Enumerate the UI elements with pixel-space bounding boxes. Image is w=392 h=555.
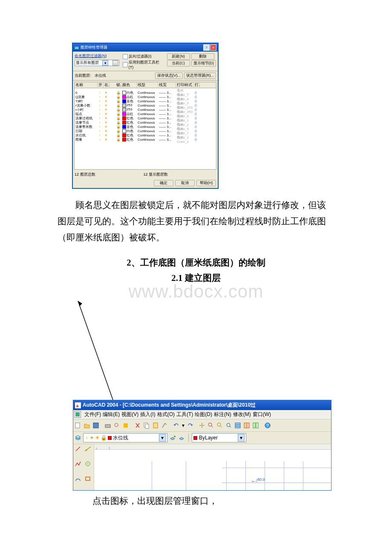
apply-toolbar-checkbox[interactable] <box>123 62 128 67</box>
cut-icon[interactable] <box>134 422 141 429</box>
save-state-button[interactable]: 保存状态(V)... <box>155 72 183 79</box>
svg-point-20 <box>227 423 230 427</box>
svg-line-32 <box>76 447 80 451</box>
delete-layer-button[interactable]: 删除 <box>191 53 214 60</box>
help-button-footer[interactable]: 帮助(H) <box>196 180 216 186</box>
chevron-down-icon[interactable]: ▾ <box>238 434 245 442</box>
svg-text:?: ? <box>266 423 269 428</box>
invert-filter-label: 反向过滤器(I) <box>129 54 152 59</box>
menu-item[interactable]: 绘图(D) <box>194 411 213 417</box>
color-combo[interactable]: ByLayer ▾ <box>192 433 246 442</box>
layer-prev-icon[interactable] <box>169 434 176 442</box>
preview-icon[interactable] <box>113 422 121 429</box>
col-freeze[interactable]: 在... <box>104 82 110 88</box>
dimension-text: -80.0 <box>256 477 265 482</box>
paste-icon[interactable] <box>152 422 159 429</box>
current-layer-label: 当前图层: <box>75 73 91 78</box>
set-current-button[interactable]: 当前(C) <box>167 60 190 66</box>
col-lineweight[interactable]: 线宽 <box>159 82 176 88</box>
svg-rect-0 <box>75 48 79 49</box>
chevron-down-icon[interactable]: ▾ <box>102 60 108 66</box>
menu-item[interactable]: 编辑(E) <box>102 411 121 417</box>
help-button[interactable]: ? <box>203 44 210 51</box>
col-linetype[interactable]: 线型 <box>138 82 158 88</box>
filter-more-button[interactable]: … <box>112 60 118 66</box>
menu-item[interactable]: 格式(O) <box>156 411 176 417</box>
copy-icon[interactable] <box>143 422 150 429</box>
close-button[interactable]: × <box>210 44 216 51</box>
line-icon[interactable] <box>74 445 82 453</box>
svg-rect-22 <box>235 423 240 428</box>
undo-dropdown-icon[interactable]: ▾ <box>182 422 185 429</box>
help-icon[interactable]: ? <box>264 422 271 429</box>
new-icon[interactable] <box>74 422 82 429</box>
filter-combo-value: 显示所有图层 <box>76 60 99 66</box>
layer-properties-manager: 图层特性管理器 ? × 命名图层过滤器(N) 显示所有图层 ▾ … 反向过滤器(… <box>72 43 219 189</box>
print-icon[interactable] <box>104 422 112 429</box>
ok-button[interactable]: 确定 <box>154 180 173 186</box>
undo-icon[interactable] <box>173 422 180 429</box>
table-row[interactable]: 0♀☀🔒白色Continuous—— 3...毫米Color_7⎙ <box>75 88 216 92</box>
menu-item[interactable]: 标注(N) <box>213 411 232 417</box>
arc-icon[interactable] <box>84 475 92 483</box>
invert-filter-checkbox[interactable] <box>123 54 128 59</box>
annotation-arrow <box>75 302 334 400</box>
match-icon[interactable] <box>161 422 168 429</box>
acad-draw-toolbar[interactable] <box>73 444 94 490</box>
col-on[interactable]: 开 <box>98 82 104 88</box>
chevron-down-icon[interactable]: ▾ <box>159 434 166 442</box>
named-filter-link[interactable]: 命名图层过滤器(N) <box>75 53 119 59</box>
filter-combo[interactable]: 显示所有图层 ▾ … <box>75 60 119 66</box>
acad-drawing-area[interactable]: -80.0 ⊢⊣ <box>94 444 331 490</box>
current-layer-value: 水位线 <box>95 73 106 78</box>
svg-line-33 <box>85 447 91 451</box>
redo-icon[interactable] <box>186 422 194 429</box>
col-color[interactable]: 颜色 <box>122 82 137 88</box>
layer-grid[interactable]: 名称 开 在... 锁... 颜色 线型 线宽 打印样式 打... 0♀☀🔒白色… <box>74 82 216 170</box>
publish-icon[interactable] <box>122 422 130 429</box>
acad-ruler <box>94 444 331 450</box>
svg-point-36 <box>87 463 89 465</box>
open-icon[interactable] <box>83 422 91 429</box>
svg-point-34 <box>86 450 87 451</box>
apply-toolbar-label: 应用到图层工具栏(T) <box>129 60 164 69</box>
pan-icon[interactable] <box>198 422 206 429</box>
properties-icon[interactable] <box>234 422 242 429</box>
acad-doc-icon[interactable] <box>74 411 81 418</box>
layer-combo[interactable]: ♀ ☀ ☀ 🔒 水位线 ▾ <box>83 433 167 442</box>
show-detail-button[interactable]: 显示细节(D) <box>191 60 216 66</box>
dialog-titlebar[interactable]: 图层特性管理器 ? × <box>73 43 218 52</box>
col-plot[interactable]: 打... <box>195 82 200 88</box>
svg-line-2 <box>78 301 113 400</box>
polygon-icon[interactable] <box>84 460 92 468</box>
cancel-button[interactable]: 取消 <box>175 180 195 186</box>
design-center-icon[interactable] <box>243 422 251 429</box>
acad-menubar[interactable]: 文件(F)编辑(E)视图(V)插入(I)格式(O)工具(T)绘图(D)标注(N)… <box>73 410 331 419</box>
col-plotstyle[interactable]: 打印样式 <box>177 82 194 88</box>
layer-state-icon[interactable] <box>178 434 185 442</box>
zoom-realtime-icon[interactable] <box>207 422 215 429</box>
acad-layer-toolbar[interactable]: ♀ ☀ ☀ 🔒 水位线 ▾ ByLayer ▾ <box>73 432 331 444</box>
menu-item[interactable]: 窗口(W) <box>252 411 272 417</box>
zoom-window-icon[interactable] <box>216 422 224 429</box>
menu-item[interactable]: 视图(V) <box>121 411 139 417</box>
caption-text: 点击图标，出现图层管理窗口， <box>75 495 334 507</box>
menu-item[interactable]: 工具(T) <box>176 411 194 417</box>
menu-item[interactable]: 文件(F) <box>84 411 102 417</box>
col-lock[interactable]: 锁... <box>116 82 121 88</box>
acad-standard-toolbar[interactable]: ▾ ? <box>73 419 331 432</box>
pline-icon[interactable] <box>74 460 82 468</box>
menu-item[interactable]: 插入(I) <box>139 411 156 417</box>
col-name[interactable]: 名称 <box>75 82 98 88</box>
xline-icon[interactable] <box>84 445 92 453</box>
color-swatch <box>193 436 197 440</box>
state-manager-button[interactable]: 状态管理器(R)... <box>184 72 216 79</box>
save-icon[interactable] <box>92 422 100 429</box>
rect-icon[interactable] <box>74 475 82 483</box>
autocad-doc-icon <box>75 412 80 416</box>
menu-item[interactable]: 修改(M) <box>232 411 252 417</box>
zoom-prev-icon[interactable] <box>225 422 233 429</box>
layer-manager-icon[interactable] <box>74 434 82 442</box>
new-layer-button[interactable]: 新建(N) <box>167 53 190 60</box>
tool-palettes-icon[interactable] <box>252 422 259 429</box>
